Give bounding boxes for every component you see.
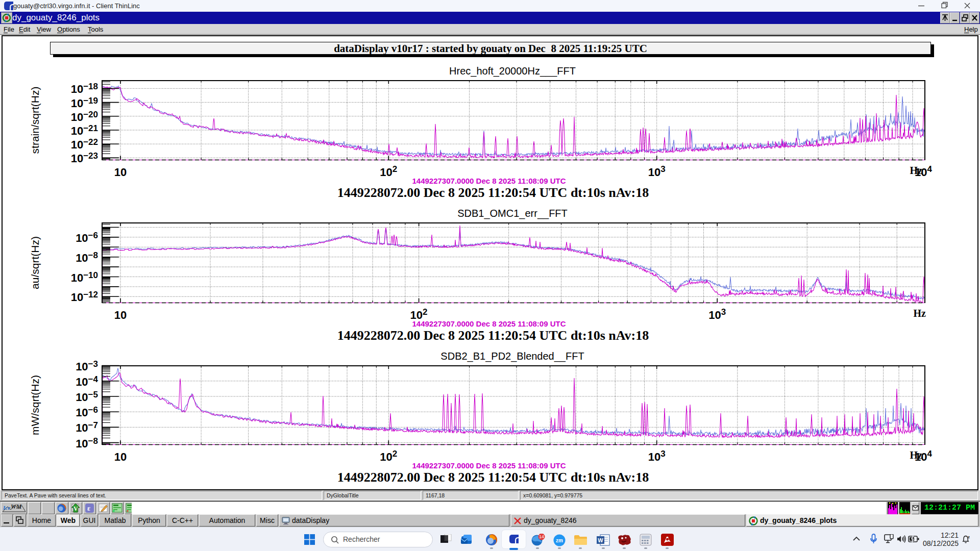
svg-text:10−3: 10−3 xyxy=(76,359,98,373)
svg-text:10−4: 10−4 xyxy=(76,374,98,388)
svg-text:Hrec_hoft_20000Hz___FFT: Hrec_hoft_20000Hz___FFT xyxy=(449,65,576,77)
svg-text:10−18: 10−18 xyxy=(71,82,98,95)
svg-text:Hz: Hz xyxy=(910,165,923,176)
svg-text:1449228072.00 Dec 8 2025 11:20: 1449228072.00 Dec 8 2025 11:20:54 UTC dt… xyxy=(337,185,649,200)
svg-text:10−8: 10−8 xyxy=(76,436,98,450)
svg-text:10−12: 10−12 xyxy=(71,290,98,304)
svg-text:strain/sqrt(Hz): strain/sqrt(Hz) xyxy=(29,87,41,154)
svg-text:10−8: 10−8 xyxy=(76,251,98,264)
svg-text:10−6: 10−6 xyxy=(76,405,98,419)
svg-text:10−23: 10−23 xyxy=(71,151,98,165)
svg-text:14: 14 xyxy=(539,534,544,539)
svg-text:10−6: 10−6 xyxy=(76,231,98,244)
svg-text:1449227307.0000 Dec 8 2025 11:: 1449227307.0000 Dec 8 2025 11:08:09 UTC xyxy=(412,461,566,470)
svg-text:10: 10 xyxy=(114,450,127,463)
svg-text:V: V xyxy=(74,505,78,512)
svg-text:10−21: 10−21 xyxy=(71,123,98,137)
svg-text:1449228072.00 Dec 8 2025 11:20: 1449228072.00 Dec 8 2025 11:20:54 UTC dt… xyxy=(337,328,649,343)
svg-text:1449228072.00 Dec 8 2025 11:20: 1449228072.00 Dec 8 2025 11:20:54 UTC dt… xyxy=(337,470,649,485)
svg-text:W: W xyxy=(598,537,603,543)
svg-text:z: z xyxy=(968,535,970,539)
svg-text:1449227307.0000 Dec 8 2025 11:: 1449227307.0000 Dec 8 2025 11:08:09 UTC xyxy=(412,319,566,328)
svg-text:SDB1_OMC1_err__FFT: SDB1_OMC1_err__FFT xyxy=(457,208,568,219)
svg-text:au/sqrt(Hz): au/sqrt(Hz) xyxy=(29,236,41,289)
svg-text:1449227307.0000 Dec 8 2025 11:: 1449227307.0000 Dec 8 2025 11:08:09 UTC xyxy=(412,177,566,185)
svg-text:10−20: 10−20 xyxy=(71,110,98,123)
svg-text:10: 10 xyxy=(114,309,127,321)
svg-text:103: 103 xyxy=(648,164,666,179)
svg-text:Hz: Hz xyxy=(914,308,926,319)
svg-text:10−10: 10−10 xyxy=(71,270,98,284)
svg-text:103: 103 xyxy=(708,307,726,321)
svg-text:10−7: 10−7 xyxy=(76,420,98,434)
svg-text:10−19: 10−19 xyxy=(71,96,98,110)
svg-text:zm: zm xyxy=(556,538,563,543)
svg-text:10−5: 10−5 xyxy=(76,390,98,404)
svg-text:102: 102 xyxy=(380,449,397,463)
svg-text:Ice: Ice xyxy=(3,505,10,511)
svg-text:102: 102 xyxy=(380,164,397,179)
svg-text:WM: WM xyxy=(11,503,22,510)
svg-text:10−22: 10−22 xyxy=(71,137,98,151)
svg-text:ε: ε xyxy=(87,505,90,512)
svg-text:mW/sqrt(Hz): mW/sqrt(Hz) xyxy=(29,375,41,435)
svg-text:SDB2_B1_PD2_Blended__FFT: SDB2_B1_PD2_Blended__FFT xyxy=(440,350,584,362)
svg-text:Hz: Hz xyxy=(910,449,923,461)
svg-text:103: 103 xyxy=(648,449,666,463)
svg-text:10: 10 xyxy=(114,166,127,179)
